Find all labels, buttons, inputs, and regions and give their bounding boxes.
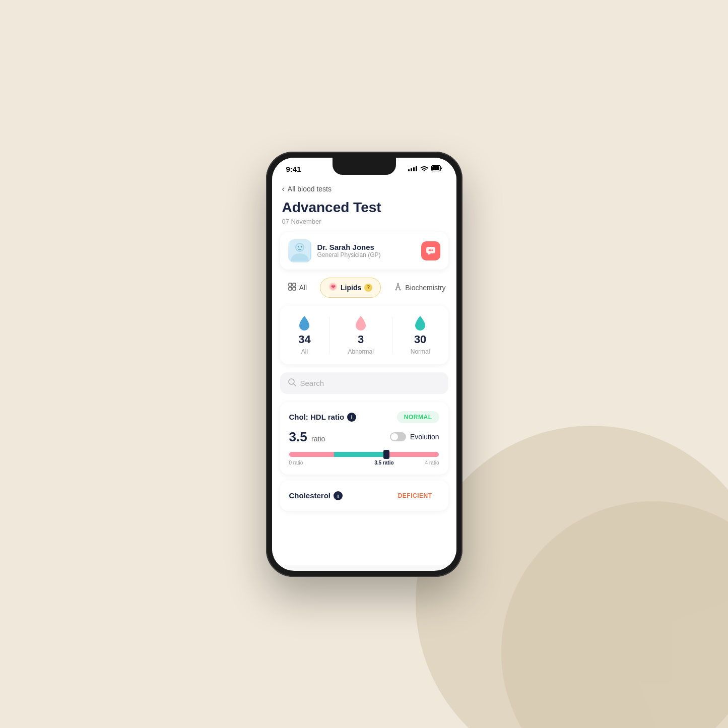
svg-point-5	[297, 246, 298, 247]
scroll-content[interactable]: ‹ All blood tests Advanced Test 07 Novem…	[272, 177, 456, 565]
chat-button[interactable]	[421, 241, 440, 260]
notch	[333, 158, 396, 175]
stat-normal-drop-icon	[414, 315, 427, 331]
svg-line-25	[293, 383, 296, 386]
chol-hdl-unit: ratio	[311, 435, 325, 443]
search-icon	[288, 378, 296, 388]
doctor-avatar	[288, 239, 311, 262]
tab-lipids-badge: ?	[364, 284, 372, 292]
tab-biochemistry-icon	[394, 283, 402, 293]
tab-biochemistry-label: Biochemistry	[405, 284, 445, 292]
svg-rect-11	[289, 283, 292, 286]
range-marker	[383, 450, 389, 459]
range-bar-container: 0 ratio 3.5 ratio 4 ratio	[289, 452, 439, 466]
page-title: Advanced Test	[272, 197, 456, 217]
chol-hdl-value-row: 3.5 ratio Evolution	[289, 429, 439, 445]
signal-icon	[408, 166, 417, 171]
status-time: 9:41	[286, 165, 301, 173]
range-label-current: 3.5 ratio	[374, 460, 393, 466]
cholesterol-status-badge: DEFICIENT	[391, 490, 439, 502]
range-seg-normal	[334, 452, 386, 457]
svg-rect-12	[293, 283, 296, 286]
search-bar[interactable]: Search	[280, 372, 448, 394]
svg-point-6	[300, 246, 301, 247]
evolution-toggle[interactable]: Evolution	[390, 432, 439, 441]
evolution-toggle-switch[interactable]	[390, 432, 406, 441]
svg-line-18	[396, 284, 398, 290]
tab-lipids-label: Lipids	[341, 284, 361, 292]
svg-point-8	[428, 249, 430, 251]
doctor-name: Dr. Sarah Jones	[317, 243, 421, 251]
tab-lipids-icon: ❤	[328, 282, 338, 293]
range-labels: 0 ratio 3.5 ratio 4 ratio	[289, 460, 439, 466]
svg-point-23	[398, 283, 399, 284]
chol-hdl-value-display: 3.5 ratio	[289, 429, 325, 445]
tab-all[interactable]: All	[280, 279, 315, 297]
stat-normal-value: 30	[414, 333, 426, 346]
stats-card: 34 All 3 Abnormal 30 Norma	[280, 306, 448, 364]
cholesterol-card: Cholesterol i DEFICIENT	[280, 481, 448, 511]
stat-normal-label: Normal	[411, 348, 430, 355]
status-bar: 9:41	[272, 158, 456, 177]
chol-hdl-status-badge: NORMAL	[397, 411, 439, 423]
range-seg-low	[289, 452, 334, 457]
svg-text:❤: ❤	[331, 284, 336, 290]
stat-abnormal-drop-icon	[354, 315, 367, 331]
tabs-row: All ❤ Lipids ?	[272, 278, 456, 306]
chol-hdl-header: Chol: HDL ratio i NORMAL	[289, 411, 439, 423]
svg-rect-14	[293, 287, 296, 290]
stat-normal: 30 Normal	[411, 315, 430, 355]
back-nav[interactable]: ‹ All blood tests	[272, 177, 456, 197]
svg-point-9	[430, 249, 431, 251]
doctor-card: Dr. Sarah Jones General Physician (GP)	[280, 232, 448, 270]
doctor-info: Dr. Sarah Jones General Physician (GP)	[317, 243, 421, 258]
range-seg-high	[386, 452, 439, 457]
range-label-max: 4 ratio	[425, 460, 439, 466]
stat-abnormal: 3 Abnormal	[348, 315, 373, 355]
svg-rect-1	[432, 166, 439, 170]
svg-rect-13	[289, 287, 292, 290]
range-bar	[289, 452, 439, 457]
range-label-min: 0 ratio	[289, 460, 303, 466]
svg-line-19	[398, 284, 400, 290]
chol-hdl-info-icon[interactable]: i	[347, 413, 356, 422]
cholesterol-title-row: Cholesterol i	[289, 491, 343, 500]
tab-all-icon	[288, 283, 296, 293]
chol-hdl-title: Chol: HDL ratio	[289, 413, 345, 421]
tab-all-label: All	[299, 284, 307, 292]
evolution-label: Evolution	[410, 433, 439, 441]
stat-all-value: 34	[298, 333, 310, 346]
back-arrow-icon: ‹	[282, 184, 285, 193]
chol-hdl-card: Chol: HDL ratio i NORMAL 3.5 ratio Evo	[280, 402, 448, 475]
svg-point-10	[431, 249, 433, 251]
cholesterol-header: Cholesterol i DEFICIENT	[289, 490, 439, 502]
phone-frame: 9:41	[266, 152, 462, 577]
search-placeholder-text: Search	[300, 379, 324, 387]
cholesterol-info-icon[interactable]: i	[334, 491, 343, 500]
svg-point-22	[400, 289, 401, 290]
wifi-icon	[420, 165, 428, 173]
stat-divider-1	[329, 317, 329, 353]
chol-hdl-title-row: Chol: HDL ratio i	[289, 413, 357, 422]
cholesterol-title: Cholesterol	[289, 491, 331, 500]
stat-abnormal-label: Abnormal	[348, 348, 373, 355]
tab-biochemistry[interactable]: Biochemistry	[386, 279, 453, 297]
back-label: All blood tests	[288, 185, 332, 193]
doctor-specialty: General Physician (GP)	[317, 251, 421, 258]
stat-all-label: All	[301, 348, 308, 355]
stat-abnormal-value: 3	[358, 333, 364, 346]
stat-all: 34 All	[298, 315, 311, 355]
stat-divider-2	[392, 317, 392, 353]
phone-screen: 9:41	[272, 158, 456, 571]
status-icons	[408, 165, 442, 173]
tab-lipids[interactable]: ❤ Lipids ?	[320, 278, 381, 298]
stat-all-drop-icon	[298, 315, 311, 331]
page-date: 07 November	[272, 217, 456, 232]
battery-icon	[431, 165, 442, 173]
chol-hdl-value: 3.5	[289, 429, 307, 444]
svg-point-21	[395, 289, 397, 290]
